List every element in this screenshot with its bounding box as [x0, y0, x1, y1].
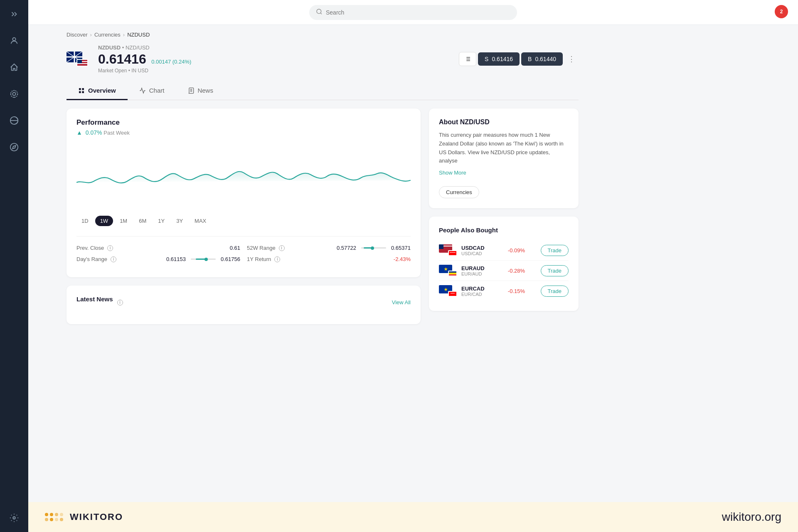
sidebar: [0, 0, 28, 532]
trade-buttons: S 0.61416 B 0.61440 ⋮: [459, 52, 579, 66]
usdcad-trade-button[interactable]: Trade: [541, 245, 569, 256]
stats-grid: Prev. Close i 0.61 Day's Range i: [76, 236, 411, 267]
euraud-flag: ★: [439, 265, 457, 276]
svg-rect-17: [79, 91, 81, 93]
time-1y[interactable]: 1Y: [153, 216, 170, 226]
search-input[interactable]: [326, 9, 510, 16]
asset-name-block: NZDUSD • NZD/USD 0.61416 0.00147 (0.24%)…: [98, 44, 191, 74]
notification-button[interactable]: 2: [775, 5, 788, 18]
more-options-button[interactable]: ⋮: [564, 53, 579, 65]
days-range-value: 0.61153 0.61756: [166, 256, 240, 262]
currencies-tag[interactable]: Currencies: [439, 186, 479, 198]
usdcad-change: -0.09%: [500, 247, 525, 254]
svg-point-0: [12, 38, 15, 41]
filter-button[interactable]: [459, 52, 476, 66]
about-title: About NZD/USD: [439, 118, 569, 126]
eurcad-trade-button[interactable]: Trade: [541, 286, 569, 297]
eurcad-change: -0.15%: [500, 288, 525, 294]
change-arrow: ▲: [76, 129, 82, 136]
pair-separator: •: [122, 44, 124, 51]
list-item: ★ EURAUD E: [439, 261, 569, 281]
asset-header: NZDUSD • NZD/USD 0.61416 0.00147 (0.24%)…: [66, 44, 579, 74]
svg-point-4: [10, 143, 18, 151]
stats-right: 52W Range i 0.57722 0.65371: [247, 245, 411, 267]
also-bought-title: People Also Bought: [439, 227, 569, 234]
pair-info-usdcad: USDCAD USD/CAD: [439, 244, 485, 256]
sell-button[interactable]: S 0.61416: [478, 52, 520, 66]
performance-card: Performance ▲ 0.07% Past Week: [66, 108, 421, 277]
topbar: 2: [28, 0, 798, 25]
stat-1y-return: 1Y Return i -2.43%: [247, 256, 411, 262]
performance-period: Past Week: [103, 130, 130, 136]
sidebar-icon-arrow[interactable]: [7, 7, 22, 22]
svg-line-8: [320, 13, 322, 14]
pair-info-euraud: ★ EURAUD E: [439, 265, 485, 276]
stat-days-range: Day's Range i 0.61153 0.61756: [76, 256, 240, 262]
euraud-change: -0.28%: [500, 268, 525, 274]
latest-news-info[interactable]: i: [117, 300, 123, 305]
stat-prev-close: Prev. Close i 0.61: [76, 245, 240, 251]
asset-info: NZDUSD • NZD/USD 0.61416 0.00147 (0.24%)…: [66, 44, 191, 74]
performance-change: ▲ 0.07% Past Week: [76, 129, 411, 136]
view-all-news[interactable]: View All: [392, 299, 411, 305]
sidebar-icon-settings[interactable]: [7, 510, 22, 525]
time-period-buttons: 1D 1W 1M 6M 1Y 3Y MAX: [76, 216, 411, 226]
breadcrumb-sep1: ›: [90, 32, 92, 38]
breadcrumb-discover[interactable]: Discover: [66, 32, 88, 38]
latest-news-section: Latest News i View All: [66, 286, 421, 324]
usdcad-flag: [439, 244, 457, 256]
sidebar-icon-avatar[interactable]: [7, 33, 22, 48]
content-grid: Performance ▲ 0.07% Past Week: [66, 108, 579, 324]
euraud-trade-button[interactable]: Trade: [541, 265, 569, 276]
time-3y[interactable]: 3Y: [171, 216, 188, 226]
svg-rect-18: [82, 91, 84, 93]
wikitoro-brand-name: WIKITORO: [70, 512, 123, 522]
1y-return-label: 1Y Return i: [247, 256, 280, 262]
sidebar-icon-discover[interactable]: [7, 140, 22, 155]
sidebar-icon-watchlist[interactable]: [7, 86, 22, 101]
breadcrumb: Discover › Currencies › NZDUSD: [66, 32, 579, 38]
time-1d[interactable]: 1D: [76, 216, 94, 226]
asset-change: 0.00147 (0.24%): [151, 59, 191, 65]
time-1w[interactable]: 1W: [95, 216, 113, 226]
eurcad-info: EURCAD EUR/CAD: [461, 286, 485, 297]
pair-info-eurcad: ★ EURCAD EUR/CAD: [439, 285, 485, 297]
time-1m[interactable]: 1M: [115, 216, 132, 226]
buy-button[interactable]: B 0.61440: [521, 52, 563, 66]
tab-overview[interactable]: Overview: [66, 82, 128, 100]
svg-rect-16: [82, 88, 84, 90]
right-column: About NZD/USD This currency pair measure…: [429, 108, 579, 324]
asset-price-row: 0.61416 0.00147 (0.24%): [98, 52, 191, 67]
svg-marker-5: [12, 145, 16, 149]
left-column: Performance ▲ 0.07% Past Week: [66, 108, 421, 324]
1y-return-info[interactable]: i: [274, 256, 280, 262]
main-content: Discover › Currencies › NZDUSD: [57, 25, 589, 502]
tab-chart[interactable]: Chart: [128, 82, 176, 100]
prev-close-info[interactable]: i: [107, 245, 113, 251]
52w-range-info[interactable]: i: [279, 245, 285, 251]
about-text: This currency pair measures how much 1 N…: [439, 131, 569, 165]
eurcad-flag: ★: [439, 285, 457, 297]
stats-left: Prev. Close i 0.61 Day's Range i: [76, 245, 240, 267]
footer-watermark: WIKITORO wikitoro.org: [28, 502, 798, 532]
breadcrumb-current: NZDUSD: [127, 32, 150, 38]
svg-rect-15: [79, 88, 81, 90]
performance-title: Performance: [76, 118, 411, 127]
tab-news[interactable]: News: [176, 82, 225, 100]
breadcrumb-currencies[interactable]: Currencies: [94, 32, 121, 38]
time-max[interactable]: MAX: [190, 216, 211, 226]
wikitoro-brand: WIKITORO: [45, 512, 123, 522]
days-range-label: Day's Range i: [76, 256, 116, 262]
svg-point-6: [13, 517, 15, 519]
sidebar-icon-portfolio[interactable]: [7, 113, 22, 128]
52w-range-value: 0.57722 0.65371: [337, 245, 411, 251]
stat-52w-range: 52W Range i 0.57722 0.65371: [247, 245, 411, 251]
asset-price: 0.61416: [98, 52, 146, 66]
show-more-link[interactable]: Show More: [439, 170, 466, 176]
days-range-info[interactable]: i: [111, 256, 116, 262]
time-6m[interactable]: 6M: [134, 216, 151, 226]
news-header: Latest News i View All: [76, 296, 411, 309]
sidebar-icon-home[interactable]: [7, 60, 22, 75]
euraud-info: EURAUD EUR/AUD: [461, 265, 485, 276]
search-icon: [316, 8, 323, 17]
